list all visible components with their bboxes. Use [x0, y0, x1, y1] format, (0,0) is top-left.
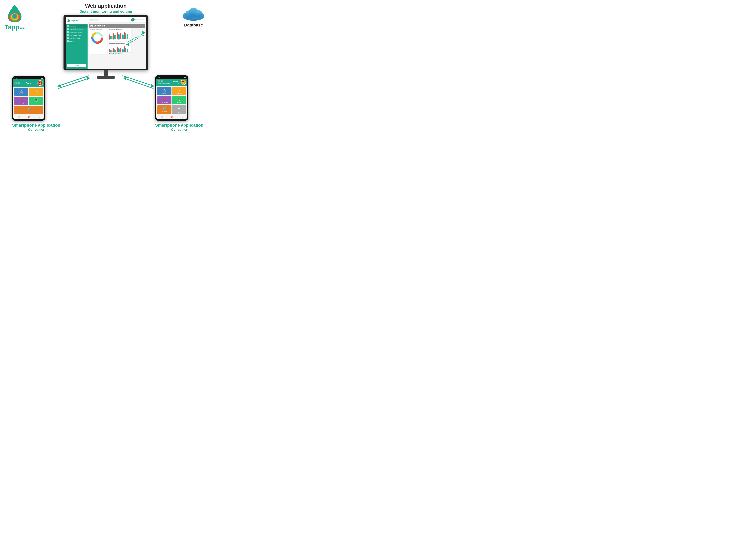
cloud-icon	[181, 6, 205, 21]
chart3-title: Service providers using the app	[109, 43, 131, 44]
sidebar-nav-dashboard[interactable]: Dashboard	[66, 24, 87, 27]
sidebar-nav-org[interactable]: Organizational settings	[66, 27, 87, 31]
sidebar-nav-account[interactable]: Account	[66, 40, 87, 43]
connect-label-left: Connect	[26, 111, 31, 113]
payment-label-right: Payment	[176, 92, 182, 94]
tile-service-right[interactable]: 🐄 Service	[172, 96, 186, 104]
sidebar-nav: Dashboard Organizational settings Monito…	[66, 24, 87, 62]
phone-right: 15:43 📶🔋 🏠 ⚙ Water zone: Goalchamot Mosa…	[155, 75, 204, 132]
connect-label-right: Connect	[162, 111, 167, 113]
nav-back-right[interactable]: ◁	[182, 116, 183, 118]
phone-bottom-bar-left: ⬜ ⭕ ◁	[13, 115, 44, 119]
database-label: Database	[184, 23, 203, 27]
settings-icon-left[interactable]: ⚙	[17, 82, 20, 84]
phone-status-bar-left: 11:21 📶🔋	[13, 78, 44, 80]
phone-label-left: Smartphone application Consumer	[12, 123, 60, 132]
svg-line-32	[123, 78, 153, 88]
quality-label-left: Quality	[19, 93, 23, 94]
nav-circle-right[interactable]: ⭕	[171, 116, 173, 118]
phone-time-right: 15:43	[158, 77, 160, 78]
search-bar[interactable]: 🔍 Search...	[89, 18, 99, 21]
settings-icon-right[interactable]: ⚙	[161, 80, 163, 83]
phone-screen-right: 15:43 📶🔋 🏠 ⚙ Water zone: Goalchamot Mosa…	[156, 77, 187, 119]
tile-knowledge-right[interactable]: ❓ Knowledge	[157, 96, 172, 104]
sidebar-brand-text: TappBDP	[71, 19, 79, 22]
web-sidebar: TappBDP Dashboard Organizational setting…	[66, 17, 87, 69]
sidebar-nav-knowledge[interactable]: Water knowledge	[66, 37, 87, 40]
phone-status-icons-right: 📶🔋	[184, 77, 186, 78]
web-app-section: Web application Distant monitoring and e…	[79, 0, 132, 14]
svg-point-16	[94, 35, 100, 41]
web-topbar: 🔍 Search... EPRC EPRC administrator	[87, 17, 146, 22]
sidebar-nav-monitor[interactable]: Monitor water zones	[66, 31, 87, 34]
user-info: EPRC EPRC administrator	[131, 18, 144, 21]
dashboard-icon: 📊	[90, 24, 93, 27]
tile-payment-left[interactable]: ৳ Payment	[29, 87, 43, 96]
tile-quality-right[interactable]: 🔬 Quality	[157, 87, 172, 95]
dashboard-title: Dashboard	[94, 24, 105, 27]
phone-bottom-bar-right: ⬜ ⭕ ◁	[156, 115, 187, 119]
knowledge-label-left: Knowledge	[18, 102, 25, 104]
donut-chart-section: Upazilas and water zones	[89, 28, 107, 54]
nav-circle-left[interactable]: ⭕	[28, 116, 30, 118]
dashboard-charts: Upazilas and water zones	[89, 28, 145, 54]
service-label-left: Service	[34, 102, 38, 104]
connect-icon-left: ⚙️	[27, 107, 31, 111]
service-label-right: Service	[177, 102, 181, 103]
phone-label-sub-right: Consumer	[155, 128, 204, 132]
select-zone-icon: ⇄	[178, 106, 180, 110]
tile-quality-left[interactable]: 🔬 Quality	[14, 87, 28, 96]
knowledge-icon-right: ❓	[163, 97, 166, 101]
user-avatar: EPRC	[131, 18, 135, 21]
dashboard-title-bar: 📊 Dashboard	[89, 24, 145, 28]
phone-status-bar-right: 15:43 📶🔋	[156, 77, 187, 79]
sidebar-logo-icon	[67, 18, 71, 22]
nav-back-left[interactable]: ◁	[39, 116, 40, 118]
tile-payment-right[interactable]: ৳ Payment	[172, 87, 186, 95]
tile-select-water-zone[interactable]: ⇄ Select other water zone	[172, 105, 186, 114]
web-app-subtitle: Distant monitoring and editing	[79, 9, 132, 14]
service-icon-right: 🐄	[177, 97, 181, 101]
payment-icon-right: ৳	[178, 88, 180, 92]
home-icon-right[interactable]: 🏠	[158, 80, 160, 83]
payment-icon-left: ৳	[36, 89, 37, 93]
web-content: 📊 Dashboard Upazilas and water zones	[87, 22, 146, 69]
phone-user-name-left: Fatema	[20, 82, 38, 84]
tapp-bdp-text: BDP	[19, 27, 25, 30]
nav-square-right[interactable]: ⬜	[161, 116, 163, 118]
phone-status-icons-left: 📶🔋	[41, 78, 43, 79]
bars-row-consumers	[109, 31, 131, 39]
phone-header-icons-right: 🏠 ⚙	[158, 80, 171, 83]
bar-chart-consumers: Consumers using the app	[108, 28, 132, 41]
quality-label-right: Quality	[162, 92, 167, 94]
sidebar-nav-maps[interactable]: Water quality maps	[66, 34, 87, 37]
phone-header-left: 🏠 ⚙ Fatema 👩	[13, 80, 44, 87]
service-icon-left: 🐄	[34, 98, 38, 102]
monitor-stand-base	[97, 76, 115, 79]
quality-icon-right: 🔬	[163, 88, 166, 92]
tile-knowledge-left[interactable]: ❓ Knowledge	[14, 97, 28, 105]
nav-square-left[interactable]: ⬜	[17, 116, 20, 118]
tile-connect-right[interactable]: ⚙️ Connect	[157, 105, 172, 114]
phone-grid-right: 🔬 Quality ৳ Payment ❓ Knowledge 🐄 Servic…	[156, 86, 187, 115]
phone-label-main-left: Smartphone application	[12, 123, 60, 128]
user-label: EPRC administrator	[135, 19, 144, 20]
phone-header-right: 🏠 ⚙ Water zone: Goalchamot Mosarrof (ope…	[156, 79, 187, 86]
tapp-brand-text: Tapp	[5, 24, 19, 31]
knowledge-label-right: Knowledge	[161, 102, 168, 103]
home-icon-left[interactable]: 🏠	[15, 82, 16, 84]
phone-grid-left: 🔬 Quality ৳ Payment ❓ Knowledge 🐄 Servic…	[13, 87, 44, 115]
svg-line-28	[58, 78, 90, 88]
tile-connect-left[interactable]: ⚙️ Connect	[14, 106, 43, 114]
chart2-title: Consumers using the app	[109, 29, 131, 30]
logout-button[interactable]: LOG OUT	[67, 64, 86, 67]
svg-point-21	[183, 13, 205, 19]
water-zone-label: Water zone: Goalchamot	[158, 83, 171, 84]
bar-chart-providers: Service providers using the app	[108, 42, 132, 54]
tapp-logo: Tapp BDP	[5, 3, 25, 31]
tapp-brand: Tapp BDP	[5, 24, 25, 31]
tile-service-left[interactable]: 🐄 Service	[29, 97, 43, 105]
phone-frame-left: 11:21 📶🔋 🏠 ⚙ Fatema 👩 🔬 Quality ৳ Paym	[12, 76, 46, 121]
monitor-wrapper: TappBDP Dashboard Organizational setting…	[64, 15, 148, 79]
phone-label-right: Smartphone application Consumer	[155, 123, 204, 132]
